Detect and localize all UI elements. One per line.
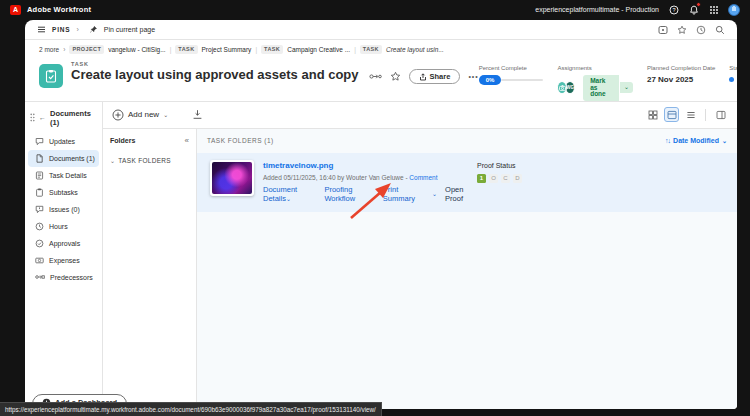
adobe-logo-icon: A xyxy=(10,5,21,15)
summary-panel-icon[interactable] xyxy=(658,25,668,35)
grid-view-icon[interactable] xyxy=(645,107,660,122)
left-nav: ← Documents (1) Updates Documents (1) Ta… xyxy=(25,102,103,410)
proof-status: Proof Status 1 O C D xyxy=(477,160,522,183)
browser-status-url: https://experienceplatformultimate.my.wo… xyxy=(0,402,382,416)
panel-toggle-icon[interactable] xyxy=(713,107,728,122)
thumbnail-image xyxy=(212,162,252,194)
app-switcher-icon[interactable] xyxy=(708,4,719,15)
breadcrumb-link-project[interactable]: vangeluw - CitiSig... xyxy=(108,46,165,53)
sidebar-item-label: Documents (1) xyxy=(49,155,95,162)
breadcrumb-type-chip: TASK xyxy=(261,45,283,54)
collapse-panel-icon[interactable]: « xyxy=(185,136,189,145)
breadcrumb-type-chip: TASK xyxy=(175,45,197,54)
pins-chevron-icon: › xyxy=(76,26,78,33)
comment-link[interactable]: Comment xyxy=(409,174,437,181)
proof-status-label: Proof Status xyxy=(477,162,522,169)
mark-as-done-button[interactable]: Mark as done ⌄ xyxy=(583,75,633,101)
share-button-label: Share xyxy=(430,72,451,81)
sidebar-item-label: Task Details xyxy=(49,172,87,179)
sidebar-item-documents[interactable]: Documents (1) xyxy=(28,150,99,167)
breadcrumb-link-task-1[interactable]: Project Summary xyxy=(202,46,252,53)
favorite-star-icon[interactable] xyxy=(390,71,401,82)
chevron-right-icon: › xyxy=(63,46,65,53)
sidebar-item-expenses[interactable]: Expenses xyxy=(28,252,99,269)
breadcrumb-type-chip: PROJECT xyxy=(69,45,104,54)
document-thumbnail[interactable] xyxy=(210,160,254,196)
share-button[interactable]: Share xyxy=(409,69,461,84)
predecessor-flow-icon[interactable] xyxy=(369,72,382,81)
percent-complete-track xyxy=(501,79,543,81)
pins-bar: PINS › Pin current page xyxy=(25,20,737,40)
favorites-star-icon[interactable] xyxy=(677,25,687,35)
proofing-workflow-link[interactable]: Proofing Workflow xyxy=(324,185,374,203)
percent-complete-label: Percent Complete xyxy=(479,65,544,71)
svg-text:?: ? xyxy=(672,7,675,13)
sort-arrows-icon: ↑↓ xyxy=(665,137,670,144)
sort-control[interactable]: ↑↓ Date Modified ⌄ xyxy=(665,137,727,144)
compact-list-view-icon[interactable] xyxy=(683,107,698,122)
pin-icon xyxy=(89,25,98,34)
tree-caret-icon[interactable]: ⌄ xyxy=(110,157,115,164)
sidebar-item-label: Issues (0) xyxy=(49,206,80,213)
sidebar-item-subtasks[interactable]: Subtasks xyxy=(28,184,99,201)
folder-tree-item-task-folders[interactable]: ⌄ TASK FOLDERS xyxy=(110,157,189,164)
document-actions: Document Details⌄ Proofing Workflow Prin… xyxy=(263,185,477,203)
mark-as-done-chevron-icon[interactable]: ⌄ xyxy=(619,82,633,93)
global-top-bar: A Adobe Workfront experienceplatformulti… xyxy=(0,0,750,19)
percent-complete-value[interactable]: 0% xyxy=(479,75,502,85)
sidebar-item-label: Expenses xyxy=(49,257,80,264)
more-options-button[interactable]: ••• xyxy=(468,73,478,80)
document-added-text: Added 05/11/2025, 16:40 by Wouter Van Ge… xyxy=(263,174,408,181)
add-new-label: Add new xyxy=(128,110,159,119)
recents-history-icon[interactable] xyxy=(696,25,706,35)
mark-as-done-label[interactable]: Mark as done xyxy=(583,75,619,101)
sidebar-item-issues[interactable]: Issues (0) xyxy=(28,201,99,218)
drag-handle-icon[interactable] xyxy=(30,113,35,122)
main-menu-hamburger-icon[interactable] xyxy=(37,25,46,34)
search-icon[interactable] xyxy=(715,25,725,35)
add-new-chevron-icon: ⌄ xyxy=(163,111,168,118)
collapse-arrow-icon[interactable]: ← xyxy=(39,114,46,121)
document-name-link[interactable]: timetravelnow.png xyxy=(263,161,477,170)
sidebar-item-label: Updates xyxy=(49,138,75,145)
document-row[interactable]: timetravelnow.png Added 05/11/2025, 16:4… xyxy=(197,153,737,212)
breadcrumb-separator: | xyxy=(255,46,257,53)
document-details-link[interactable]: Document Details⌄ xyxy=(263,185,316,203)
print-summary-link[interactable]: Print Summary xyxy=(383,185,424,203)
breadcrumb-type-chip: TASK xyxy=(360,45,382,54)
sort-field-label: Date Modified xyxy=(673,137,719,144)
user-avatar[interactable] xyxy=(728,4,740,16)
expenses-cash-icon xyxy=(35,256,44,265)
sidebar-item-task-details[interactable]: Task Details xyxy=(28,167,99,184)
status-new-dot-icon xyxy=(729,77,734,82)
download-icon[interactable] xyxy=(192,109,203,120)
proof-stage-badge: O xyxy=(489,174,498,183)
page-title: Create layout using approved assets and … xyxy=(71,68,359,83)
sidebar-item-predecessors[interactable]: Predecessors xyxy=(28,269,99,286)
sidebar-item-updates[interactable]: Updates xyxy=(28,133,99,150)
add-new-button[interactable]: Add new ⌄ xyxy=(112,109,168,121)
sidebar-item-label: Subtasks xyxy=(49,189,78,196)
folders-panel: Folders « ⌄ TASK FOLDERS xyxy=(103,129,197,410)
open-proof-link[interactable]: Open Proof xyxy=(445,185,477,203)
environment-label: experienceplatformultimate - Production xyxy=(535,6,659,13)
help-icon[interactable]: ? xyxy=(668,4,679,15)
standard-view-icon[interactable] xyxy=(664,107,679,122)
notifications-bell-icon[interactable] xyxy=(688,4,699,15)
document-meta: Added 05/11/2025, 16:40 by Wouter Van Ge… xyxy=(263,174,477,181)
approval-check-icon xyxy=(35,239,44,248)
sidebar-item-hours[interactable]: Hours xyxy=(28,218,99,235)
status-label: Status xyxy=(729,65,737,71)
sidebar-item-approvals[interactable]: Approvals xyxy=(28,235,99,252)
app-name: Adobe Workfront xyxy=(27,5,91,14)
planned-completion-date[interactable]: 27 Nov 2025 xyxy=(647,75,715,84)
status-field: Status New xyxy=(729,65,737,101)
pins-label[interactable]: PINS xyxy=(52,26,70,33)
task-object-icon xyxy=(39,64,63,88)
breadcrumb-link-task-2[interactable]: Campaign Creative ... xyxy=(287,46,350,53)
subtasks-clipboard-icon xyxy=(35,188,44,197)
breadcrumb-more-link[interactable]: 2 more xyxy=(39,46,59,53)
percent-complete-field: Percent Complete 0% xyxy=(479,65,544,101)
workfront-screenshot: { "topbar": { "app_name": "Adobe Workfro… xyxy=(0,0,750,416)
pin-current-page-button[interactable]: Pin current page xyxy=(104,26,155,33)
